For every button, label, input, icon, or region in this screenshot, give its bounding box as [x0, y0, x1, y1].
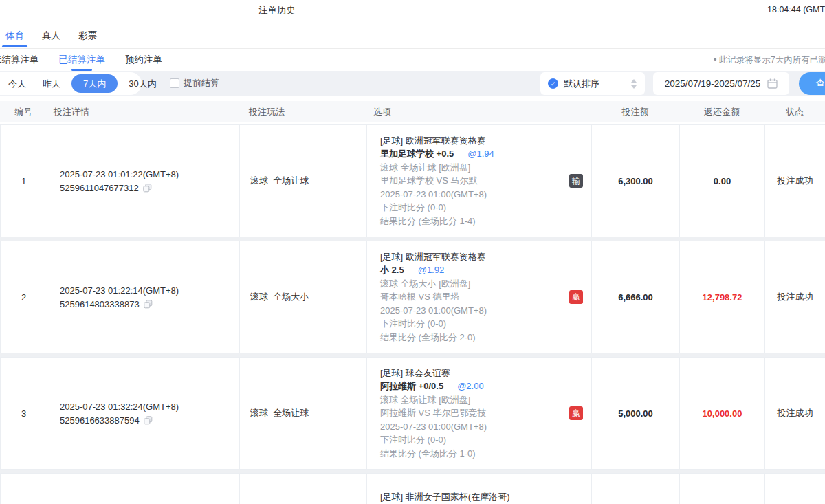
option-selection-line: 阿拉维斯 +0/0.5@2.00 — [380, 380, 561, 393]
option-match-time: 2025-07-23 01:00(GMT+8) — [380, 304, 561, 318]
tab-live[interactable]: 真人 — [42, 30, 60, 50]
tab-settled-bets[interactable]: 已结算注单 — [59, 54, 106, 66]
bet-number-cell — [1, 474, 47, 504]
date-range-value: 2025/07/19-2025/07/25 — [665, 78, 761, 89]
table-row: [足球] 非洲女子国家杯(在摩洛哥) — [0, 473, 825, 504]
option-match: 里加足球学校 VS 马尔默 — [380, 174, 561, 188]
early-settle-label: 提前结算 — [184, 77, 219, 89]
payout-cell — [680, 474, 765, 504]
col-header-status: 状态 — [764, 101, 825, 122]
option-bet-score: 下注时比分 (0-0) — [380, 201, 561, 215]
bet-time: 2025-07-23 01:01:22(GMT+8) — [60, 169, 239, 179]
option-selection: 阿拉维斯 +0/0.5 — [380, 380, 443, 393]
tab-lottery[interactable]: 彩票 — [78, 30, 97, 50]
early-settle-checkbox[interactable] — [170, 78, 179, 88]
option-bet-score: 下注时比分 (0-0) — [380, 317, 561, 331]
payout-cell: 12,798.72 — [680, 241, 765, 353]
payout-cell: 0.00 — [680, 125, 765, 237]
option-match: 阿拉维斯 VS 毕尔巴鄂竞技 — [380, 406, 561, 420]
play-type-cell: 滚球 全场让球 — [240, 358, 367, 469]
table-body: 12025-07-23 01:01:22(GMT+8)5259611047677… — [0, 124, 825, 504]
bet-detail-cell: 2025-07-23 01:32:24(GMT+8)52596166338875… — [47, 358, 240, 469]
option-odds: @2.00 — [457, 380, 484, 393]
tab-unsettled-bets[interactable]: 未结算注单 — [0, 54, 39, 66]
bet-detail-cell: 2025-07-23 01:22:14(GMT+8)52596148033388… — [47, 241, 240, 353]
date-range-input[interactable]: 2025/07/19-2025/07/25 — [653, 72, 789, 95]
stake-amount: 5,000.00 — [618, 408, 653, 419]
status-text: 投注成功 — [778, 407, 813, 419]
status-cell — [765, 474, 825, 504]
option-cell: [足球] 非洲女子国家杯(在摩洛哥) — [367, 474, 592, 504]
copy-icon[interactable] — [144, 416, 153, 425]
result-badge: 赢 — [569, 406, 583, 420]
option-result: 结果比分 (全场比分 1-4) — [380, 215, 561, 228]
result-badge: 赢 — [569, 290, 583, 304]
option-selection-line: 里加足球学校 +0.5@1.94 — [380, 147, 561, 161]
play-type: 滚球 全场大小 — [250, 291, 309, 303]
sub-tabs: 未结算注单 已结算注单 预约注单 — [0, 54, 162, 66]
option-selection-line: 小 2.5@1.92 — [380, 263, 561, 277]
option-result: 结果比分 (全场比分 2-0) — [380, 331, 561, 344]
option-result: 结果比分 (全场比分 1-0) — [380, 447, 561, 461]
play-type-cell — [240, 474, 367, 504]
bet-id: 5259611047677312 — [60, 183, 139, 193]
option-odds: @1.94 — [468, 147, 494, 161]
range-yesterday[interactable]: 昨天 — [43, 78, 60, 90]
range-7-days[interactable]: 7天内 — [72, 74, 118, 93]
page-timestamp: 18:04:44 (GMT+8) — [767, 5, 825, 14]
range-today[interactable]: 今天 — [8, 78, 26, 90]
payout-amount: 10,000.00 — [703, 408, 742, 419]
stake-cell: 5,000.00 — [592, 358, 680, 469]
stake-amount: 6,300.00 — [618, 176, 653, 186]
bet-number-cell: 2 — [1, 241, 47, 353]
copy-icon[interactable] — [143, 184, 152, 193]
tab-reserved-bets[interactable]: 预约注单 — [125, 54, 162, 66]
bet-detail-cell — [47, 474, 240, 504]
option-match-time: 2025-07-23 01:00(GMT+8) — [380, 188, 561, 201]
bet-number: 3 — [21, 408, 26, 419]
range-30-days[interactable]: 30天内 — [129, 78, 156, 90]
table-header: 编号投注详情投注玩法选项投注额返还金额状态 — [0, 101, 825, 122]
bet-number: 2 — [21, 292, 26, 303]
check-circle-icon: ✓ — [548, 78, 558, 89]
col-header-detail: 投注详情 — [47, 101, 239, 122]
bet-id: 5259614803338873 — [60, 299, 140, 309]
early-settle-option[interactable]: 提前结算 — [170, 77, 219, 89]
status-cell: 投注成功 — [765, 125, 825, 237]
filter-bar: 今天 昨天 7天内 30天内 提前结算 ✓ 默认排序 2025/07/19-20… — [0, 71, 825, 96]
table-row: 12025-07-23 01:01:22(GMT+8)5259611047677… — [0, 124, 825, 237]
bet-id-line: 5259616633887594 — [60, 415, 239, 426]
bet-id: 5259616633887594 — [60, 415, 140, 426]
copy-icon[interactable] — [144, 300, 153, 309]
option-market: 滚球 全场大小 [欧洲盘] — [380, 277, 561, 291]
col-header-play: 投注玩法 — [239, 101, 366, 122]
bet-history-page: 注单历史 18:04:44 (GMT+8) 体育 真人 彩票 未结算注单 已结算… — [0, 0, 825, 504]
option-match-time: 2025-07-23 01:00(GMT+8) — [380, 420, 561, 434]
main-tabs: 体育 真人 彩票 — [6, 30, 97, 50]
calendar-icon — [767, 78, 778, 89]
option-cell: [足球] 欧洲冠军联赛资格赛小 2.5@1.92滚球 全场大小 [欧洲盘]哥本哈… — [367, 241, 592, 353]
stake-cell: 6,300.00 — [592, 125, 680, 237]
bet-id-line: 5259611047677312 — [60, 183, 239, 193]
option-match: 哥本哈根 VS 德里塔 — [380, 290, 561, 304]
search-button[interactable]: 查询 — [799, 72, 825, 95]
option-odds: @1.92 — [418, 263, 445, 277]
option-league: [足球] 非洲女子国家杯(在摩洛哥) — [380, 490, 561, 504]
col-header-no: 编号 — [0, 101, 47, 122]
status-text: 投注成功 — [778, 175, 813, 187]
sort-selected-label: 默认排序 — [564, 78, 630, 90]
result-badge: 输 — [569, 174, 583, 188]
divider — [0, 48, 825, 49]
option-cell: [足球] 球会友谊赛阿拉维斯 +0/0.5@2.00滚球 全场让球 [欧洲盘]阿… — [367, 358, 592, 469]
date-range-pills: 今天 昨天 7天内 30天内 — [0, 72, 142, 95]
record-note: • 此记录将显示7天内所有已派彩的 — [714, 54, 825, 66]
play-type-cell: 滚球 全场大小 — [240, 241, 367, 353]
option-league: [足球] 欧洲冠军联赛资格赛 — [380, 134, 561, 148]
status-cell: 投注成功 — [765, 241, 825, 353]
bet-number-cell: 1 — [1, 125, 47, 237]
option-market: 滚球 全场让球 [欧洲盘] — [380, 161, 561, 175]
tab-sports[interactable]: 体育 — [6, 30, 24, 50]
option-league: [足球] 欧洲冠军联赛资格赛 — [380, 250, 561, 264]
bet-detail-cell: 2025-07-23 01:01:22(GMT+8)52596110476773… — [47, 125, 240, 237]
sort-dropdown[interactable]: ✓ 默认排序 — [540, 72, 645, 95]
